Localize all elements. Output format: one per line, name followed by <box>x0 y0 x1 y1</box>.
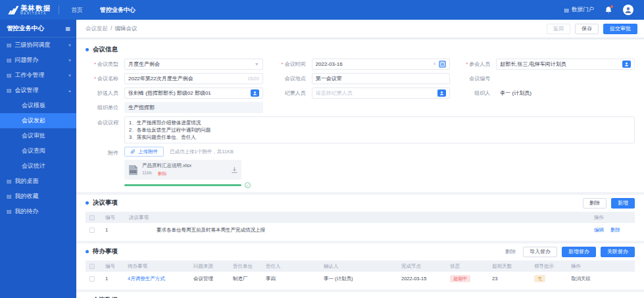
row-checkbox[interactable] <box>89 276 95 282</box>
row-checkbox[interactable] <box>89 228 95 233</box>
section-title: 待办事项 <box>93 247 118 256</box>
upload-attachment-button[interactable]: 上传附件 <box>124 147 164 157</box>
sidebar-subitem-meeting-approval[interactable]: 会议审批 <box>0 128 76 143</box>
todos-delete-button[interactable]: 删除 <box>503 247 518 257</box>
breadcrumb-current: 编辑会议 <box>114 25 137 33</box>
sidebar-item-label: 三级协同调度 <box>15 41 51 49</box>
sidebar-item-issue-supervision[interactable]: ▤ 问题督办 ▼ <box>0 53 76 68</box>
sidebar-item-my-todo[interactable]: ▤ 我的待办 <box>0 204 76 219</box>
top-navigation: 首页 管控业务中心 <box>71 6 136 14</box>
data-portal-link[interactable]: ▤ 数据门户 <box>564 6 594 14</box>
resolutions-table-header: 编号 决议事项 操作 <box>86 212 635 223</box>
chevron-down-icon: ▼ <box>68 43 72 47</box>
column-header: 决议事项 <box>129 214 594 221</box>
breadcrumb: 会议发起 / 编辑会议 <box>86 25 137 33</box>
sidebar-title: 管控业务中心 <box>7 24 44 33</box>
nav-control-center[interactable]: 管控业务中心 <box>100 6 136 14</box>
portal-label: 数据门户 <box>572 6 594 14</box>
save-button[interactable]: 保存 <box>575 24 599 34</box>
section-divider <box>76 289 644 292</box>
cc-field[interactable]: 张剑锋 (指挥部部长) 部级02 部级01 <box>124 87 263 99</box>
clear-icon[interactable]: × <box>433 61 436 67</box>
select-person-icon[interactable] <box>622 61 631 68</box>
nav-home[interactable]: 首页 <box>71 6 83 14</box>
row-number: 1 <box>105 227 129 233</box>
sidebar-item-my-favorites[interactable]: ▤ 我的收藏 <box>0 189 76 204</box>
attendees-field[interactable]: 赵部长,张三,电焊车间计划员 <box>496 59 635 70</box>
meeting-time-picker[interactable]: 2022-03-16 × <box>312 59 451 70</box>
todos-add-button[interactable]: 新增督办 <box>562 247 596 257</box>
field-label-cc: 抄送人员 <box>86 89 118 97</box>
meeting-type-value: 月度生产例会 <box>128 61 160 68</box>
select-all-checkbox[interactable] <box>89 264 95 269</box>
column-header: 编号 <box>105 263 128 270</box>
sidebar-item-label: 我的桌面 <box>15 177 39 186</box>
todos-link-button[interactable]: 关联督办 <box>601 247 635 257</box>
meeting-type-select[interactable]: 月度生产例会 ▼ <box>124 59 263 70</box>
organizer-value: 李一 (计划员) <box>500 89 532 97</box>
minutes-field[interactable]: 请选择纪要人员 <box>312 87 451 99</box>
apps-grid-icon[interactable]: ▦ <box>65 26 70 32</box>
attachment-file-card[interactable]: 产品原料汇总说明.xlsx 11kb 删除 <box>124 160 241 180</box>
breadcrumb-root[interactable]: 会议发起 <box>86 25 108 33</box>
meeting-name-input[interactable]: 2022年第22次月度生产例会 15/20 <box>124 73 263 84</box>
todos-import-button[interactable]: 导入督办 <box>523 247 557 257</box>
agenda-textarea[interactable]: 1、生产指挥部介绍整体进度情况 2、各单位反馈生产过程中遇到的问题 3、落实问题… <box>124 116 635 143</box>
sidebar-subitem-meeting-view[interactable]: 会议查阅 <box>0 143 76 159</box>
section-todos: 待办事项 删除 导入督办 新增督办 关联督办 <box>86 245 635 259</box>
todo-owner: 李四 <box>266 276 324 282</box>
app-window: 美林数据 MERITDATA 首页 管控业务中心 ▤ 数据门户 管控业务中 <box>0 0 644 298</box>
sidebar-item-meeting-mgmt[interactable]: ▤ 会议管理 ▲ <box>0 83 76 98</box>
menu-doc-icon: ▤ <box>7 87 12 93</box>
row-number: 1 <box>105 276 128 282</box>
meeting-name-value: 2022年第22次月度生产例会 <box>128 75 193 82</box>
calendar-icon[interactable] <box>439 61 446 68</box>
resolution-content: 要求各单位每周五前及时将本周生产完成情况上报 <box>129 227 594 234</box>
sidebar-item-my-desktop[interactable]: ▤ 我的桌面 <box>0 174 76 189</box>
field-label-meeting-time: 会议时间 <box>269 61 306 68</box>
chevron-down-icon: ▼ <box>68 74 72 78</box>
sidebar-subitem-meeting-template[interactable]: 会议模板 <box>0 98 76 113</box>
sidebar-subitem-meeting-stats[interactable]: 会议统计 <box>0 159 76 174</box>
logo-text: 美林数据 <box>20 5 51 12</box>
field-label-meeting-type: 会议类型 <box>86 61 118 68</box>
cc-value: 张剑锋 (指挥部部长) 部级02 部级01 <box>128 89 211 97</box>
meeting-place-input[interactable]: 第一会议室 <box>312 73 451 84</box>
select-person-icon[interactable] <box>437 89 446 97</box>
edit-link[interactable]: 编辑 <box>594 227 604 233</box>
todo-item-link[interactable]: 4月调整生产方式 <box>128 276 193 282</box>
notification-bell-icon[interactable] <box>605 6 612 14</box>
column-header: 责任人 <box>266 263 324 270</box>
sidebar-item-dispatch[interactable]: ▤ 三级协同调度 ▼ <box>0 37 76 53</box>
field-label-meeting-place: 会议地点 <box>269 75 306 82</box>
resolutions-table-row: 1 要求各单位每周五前及时将本周生产完成情况上报 编辑 删除 <box>86 223 635 237</box>
select-all-checkbox[interactable] <box>89 215 95 220</box>
select-person-icon[interactable] <box>251 89 259 97</box>
upload-status-text: 已成功上传1个附件，共11KB <box>170 149 234 155</box>
meeting-time-value: 2022-03-16 <box>316 61 343 67</box>
todo-source: 会议管理 <box>193 276 233 282</box>
todo-overdue-days: 23 <box>492 276 534 282</box>
download-icon[interactable] <box>232 167 237 173</box>
sidebar-item-work-order[interactable]: ▤ 工作令管理 ▼ <box>0 68 76 83</box>
back-button[interactable]: 返回 <box>547 24 570 34</box>
menu-doc-icon: ▤ <box>7 209 12 214</box>
todos-table-row: 1 4月调整生产方式 会议管理 制造厂 李四 李一 (计划员) 2022-03-… <box>86 272 635 286</box>
char-counter: 15/20 <box>247 76 259 81</box>
file-delete-link[interactable]: 删除 <box>158 170 167 177</box>
field-label-attachment: 附件 <box>86 149 118 157</box>
resolutions-delete-button[interactable]: 删除 <box>583 198 607 209</box>
field-label-attendees: 参会人员 <box>456 61 490 68</box>
delete-link[interactable]: 删除 <box>610 227 620 233</box>
user-avatar[interactable] <box>623 5 633 15</box>
todos-table-header: 编号 待办事项 问题来源 责任单位 责任人 确认人 完成节点 状态 超期天数 领… <box>86 261 635 272</box>
menu-doc-icon: ▤ <box>7 57 12 63</box>
field-label-agenda: 会议议程 <box>86 119 118 126</box>
resolutions-add-button[interactable]: 新增 <box>611 198 635 209</box>
field-label-minutes: 纪要人员 <box>269 89 306 97</box>
submit-approval-button[interactable]: 提交审批 <box>603 24 637 34</box>
sidebar-subitem-meeting-launch[interactable]: 会议发起 <box>0 113 76 128</box>
field-label-organizer: 组织人 <box>456 89 490 97</box>
unlink-action[interactable]: 取消关联 <box>571 276 631 282</box>
todo-unit: 制造厂 <box>233 276 266 282</box>
